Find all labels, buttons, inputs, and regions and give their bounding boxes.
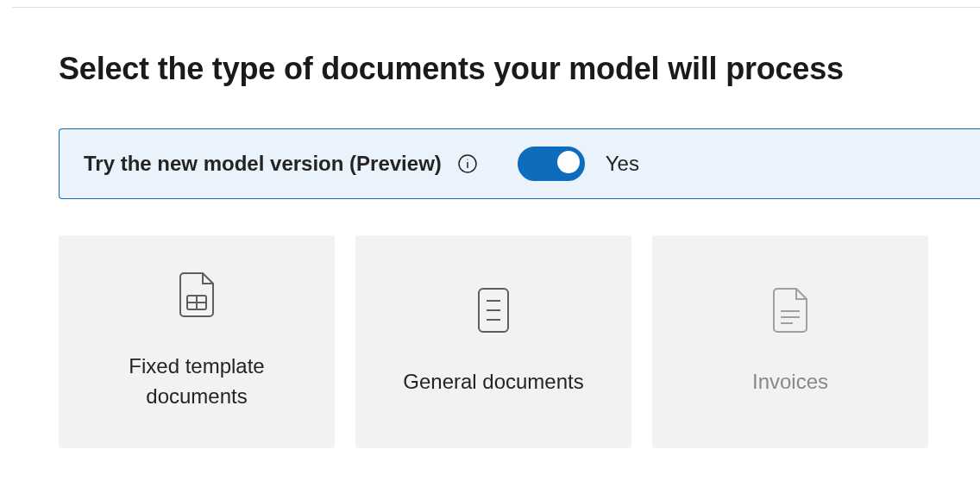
top-divider <box>12 0 980 8</box>
toggle-knob <box>557 151 580 173</box>
card-label: Invoices <box>752 367 828 397</box>
card-label: Fixed template documents <box>76 352 317 412</box>
document-type-cards: Fixed template documents General documen… <box>59 235 980 448</box>
preview-toggle[interactable] <box>518 147 585 181</box>
info-icon[interactable] <box>457 153 478 174</box>
card-general-documents[interactable]: General documents <box>355 235 631 448</box>
svg-point-2 <box>467 159 468 159</box>
banner-text: Try the new model version (Preview) <box>84 152 442 176</box>
preview-banner: Try the new model version (Preview) Yes <box>59 128 980 199</box>
toggle-label: Yes <box>606 152 639 176</box>
document-invoice-icon <box>770 287 810 338</box>
document-fixed-icon <box>177 271 217 322</box>
document-general-icon <box>474 287 513 338</box>
card-invoices[interactable]: Invoices <box>652 235 928 448</box>
card-fixed-template[interactable]: Fixed template documents <box>59 235 335 448</box>
card-label: General documents <box>403 367 583 397</box>
page-title: Select the type of documents your model … <box>59 51 980 87</box>
